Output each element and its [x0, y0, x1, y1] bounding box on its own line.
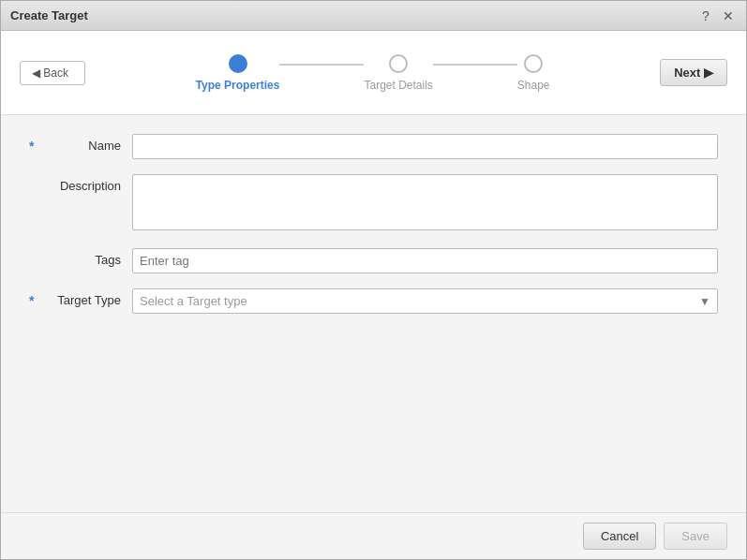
step-connector-2 — [433, 64, 517, 66]
step-circle-1 — [229, 54, 247, 73]
back-label: ◀ Back — [32, 66, 68, 80]
tags-field-wrap — [132, 248, 718, 273]
step-type-properties: Type Properties — [196, 54, 280, 92]
step-circle-3 — [524, 54, 543, 73]
dialog-title: Create Target — [10, 8, 88, 22]
save-button[interactable]: Save — [664, 523, 727, 550]
name-input[interactable] — [132, 134, 718, 159]
create-target-dialog: Create Target ? ✕ ◀ Back Type Properties — [0, 0, 747, 560]
close-icon: ✕ — [723, 8, 734, 23]
name-field-wrap — [132, 134, 718, 159]
tags-row: Tags — [29, 248, 718, 273]
description-label: Description — [29, 174, 132, 193]
description-input[interactable] — [132, 174, 718, 230]
titlebar-icons: ? ✕ — [697, 7, 737, 24]
step-shape: Shape — [517, 54, 550, 92]
tags-label: Tags — [29, 248, 132, 267]
target-type-select[interactable]: Select a Target type — [132, 288, 718, 314]
target-type-select-wrap: Select a Target type ▼ — [132, 288, 718, 314]
dialog-footer: Cancel Save — [1, 512, 746, 559]
step-label-1: Type Properties — [196, 79, 280, 92]
back-button[interactable]: ◀ Back — [20, 61, 85, 85]
step-connector-1 — [279, 64, 364, 66]
target-type-field-wrap: Select a Target type ▼ — [132, 288, 718, 314]
help-icon: ? — [702, 8, 710, 23]
step-label-3: Shape — [517, 79, 550, 92]
step-circle-2 — [389, 54, 408, 73]
tags-input[interactable] — [132, 248, 718, 273]
close-icon-button[interactable]: ✕ — [720, 7, 737, 24]
description-field-wrap — [132, 174, 718, 233]
dialog-body: * Name Description Tags — [1, 115, 746, 512]
wizard-header: ◀ Back Type Properties Target Details Sh… — [1, 31, 746, 115]
next-label: Next ▶ — [674, 66, 713, 80]
target-type-label: * Target Type — [29, 288, 132, 307]
next-button[interactable]: Next ▶ — [660, 59, 727, 86]
help-icon-button[interactable]: ? — [697, 7, 714, 24]
step-label-2: Target Details — [364, 79, 432, 92]
name-required-star: * — [29, 139, 34, 154]
dialog-titlebar: Create Target ? ✕ — [1, 1, 746, 31]
wizard-steps: Type Properties Target Details Shape — [85, 54, 660, 92]
step-target-details: Target Details — [364, 54, 432, 92]
name-row: * Name — [29, 134, 718, 159]
cancel-button[interactable]: Cancel — [583, 523, 656, 550]
description-row: Description — [29, 174, 718, 233]
target-type-required-star: * — [29, 293, 34, 308]
name-label: * Name — [29, 134, 132, 153]
target-type-row: * Target Type Select a Target type ▼ — [29, 288, 718, 314]
